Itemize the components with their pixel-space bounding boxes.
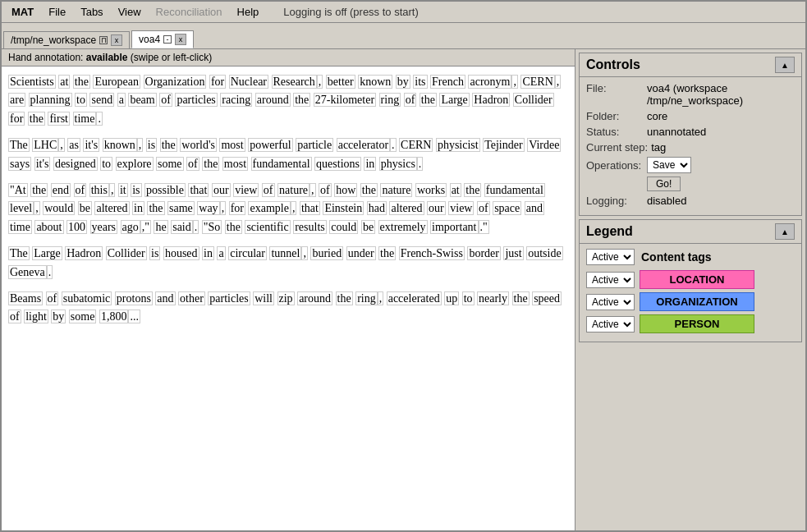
app-menu-mat[interactable]: MAT <box>5 4 40 20</box>
token[interactable]: designed <box>53 157 98 171</box>
token[interactable]: level <box>8 201 34 215</box>
text-content[interactable]: Scientists at the European Organization … <box>2 66 575 530</box>
token[interactable]: and <box>525 201 544 215</box>
token[interactable]: particles <box>175 93 217 107</box>
token[interactable]: of <box>186 157 199 171</box>
token[interactable]: ring <box>379 93 401 107</box>
token[interactable]: , <box>555 75 562 89</box>
tag-person-badge[interactable]: PERSON <box>640 314 754 333</box>
token[interactable]: ... <box>128 310 140 323</box>
token[interactable]: it's <box>83 138 99 152</box>
token[interactable]: accelerator <box>337 138 390 152</box>
token[interactable]: around <box>255 93 291 107</box>
token[interactable]: housed <box>163 246 199 260</box>
token[interactable]: known <box>103 138 137 152</box>
token[interactable]: up <box>444 291 459 305</box>
token[interactable]: the <box>464 183 481 197</box>
token[interactable]: scientific <box>245 220 290 234</box>
token[interactable]: example <box>248 201 290 215</box>
token[interactable]: the <box>28 112 45 126</box>
tag-organization-select[interactable]: Active <box>586 294 635 310</box>
token[interactable]: extremely <box>378 220 428 234</box>
token[interactable]: light <box>24 310 48 323</box>
token[interactable]: buried <box>310 246 343 260</box>
token[interactable]: 1,800 <box>99 310 129 323</box>
token[interactable]: are <box>8 93 25 107</box>
token[interactable]: planning <box>29 93 72 107</box>
token[interactable]: , <box>109 183 116 197</box>
token[interactable]: by <box>396 75 410 89</box>
token[interactable]: results <box>293 220 327 234</box>
token[interactable]: zip <box>277 291 295 305</box>
token[interactable]: Scientists <box>8 75 56 89</box>
token[interactable]: is <box>146 138 157 152</box>
token[interactable]: world's <box>180 138 217 152</box>
tag-location-select[interactable]: Active <box>586 272 635 288</box>
token[interactable]: of <box>159 93 172 107</box>
token[interactable]: of <box>404 93 417 107</box>
token[interactable]: CERN <box>399 138 433 152</box>
token[interactable]: the <box>30 183 48 197</box>
token[interactable]: , <box>378 291 384 305</box>
token[interactable]: European <box>93 75 140 89</box>
token[interactable]: says <box>8 157 31 171</box>
token[interactable]: for <box>229 201 245 215</box>
token[interactable]: to <box>75 93 87 107</box>
token[interactable]: the <box>160 138 177 152</box>
token[interactable]: particle <box>296 138 333 152</box>
token[interactable]: the <box>202 157 219 171</box>
token[interactable]: nature <box>277 183 310 197</box>
token[interactable]: Collider <box>106 246 147 260</box>
tag-person-select[interactable]: Active <box>586 316 635 332</box>
token[interactable]: at <box>450 183 461 197</box>
token[interactable]: , <box>291 201 297 215</box>
token[interactable]: the <box>73 75 90 89</box>
token[interactable]: outside <box>526 246 562 260</box>
token[interactable]: time <box>8 220 32 234</box>
token[interactable]: fundamental <box>484 183 545 197</box>
token[interactable]: 27-kilometer <box>314 93 376 107</box>
token[interactable]: under <box>346 246 376 260</box>
token[interactable]: to <box>462 291 475 305</box>
token[interactable]: for <box>8 112 25 126</box>
token[interactable]: said <box>171 220 193 234</box>
token[interactable]: border <box>467 246 501 260</box>
token[interactable]: some <box>156 157 184 171</box>
token[interactable]: time <box>73 112 97 126</box>
token[interactable]: of <box>477 201 490 215</box>
token[interactable]: as <box>67 138 80 152</box>
logging-status[interactable]: Logging is off (press to start) <box>283 6 419 18</box>
token[interactable]: ," <box>140 220 151 234</box>
token[interactable]: in <box>202 246 214 260</box>
token[interactable]: a <box>117 93 126 107</box>
token[interactable]: , <box>137 138 144 152</box>
token[interactable]: . <box>417 157 424 171</box>
token[interactable]: be <box>78 201 92 215</box>
token[interactable]: its <box>413 75 427 89</box>
token[interactable]: to <box>100 157 112 171</box>
token[interactable]: nature <box>380 183 412 197</box>
tag-organization-badge[interactable]: ORGANIZATION <box>640 292 754 311</box>
token[interactable]: about <box>34 220 63 234</box>
menu-reconciliation[interactable]: Reconciliation <box>149 4 229 20</box>
token[interactable]: acronym <box>468 75 511 89</box>
legend-active-select[interactable]: Active <box>586 249 635 265</box>
token[interactable]: "So <box>202 220 222 234</box>
token[interactable]: a <box>217 246 225 260</box>
token[interactable]: he <box>154 220 167 234</box>
token[interactable]: in <box>132 201 144 215</box>
token[interactable]: send <box>89 93 114 107</box>
tab-workspace[interactable]: /tmp/ne_workspace ⊓ x <box>3 31 130 48</box>
tab-voa4-icon[interactable]: - <box>163 35 172 44</box>
token[interactable]: altered <box>94 201 129 215</box>
token[interactable]: could <box>329 220 358 234</box>
token[interactable]: . <box>193 220 199 234</box>
token[interactable]: will <box>253 291 274 305</box>
token[interactable]: important <box>430 220 478 234</box>
token[interactable]: the <box>225 220 242 234</box>
tab-workspace-icon[interactable]: ⊓ <box>99 36 108 44</box>
token[interactable]: nearly <box>477 291 509 305</box>
token[interactable]: ring <box>355 291 378 305</box>
token[interactable]: it's <box>34 157 51 171</box>
token[interactable]: , <box>310 183 316 197</box>
